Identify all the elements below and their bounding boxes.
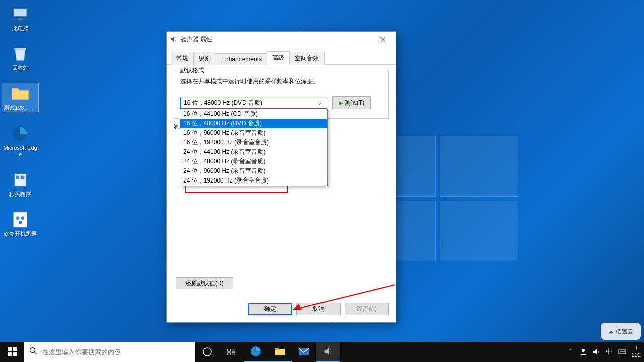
desktop-icon-edge[interactable]: Microsoft Edge [2,124,38,158]
icon-label: 测试123.。。 [4,105,36,111]
search-input[interactable] [42,342,190,362]
tab-general[interactable]: 常规 [171,52,194,65]
dialog-title: 扬声器 属性 [181,35,373,44]
dialog-buttons: 确定 取消 应用(A) [248,303,389,315]
titlebar[interactable]: 扬声器 属性 [167,32,396,47]
tab-strip: 常规 级别 Enhancements 高级 空间音效 [167,47,396,65]
this-pc-icon [10,4,30,24]
format-option[interactable]: 16 位，48000 Hz (DVD 音质) [180,119,327,128]
desktop-icon-recycle-bin[interactable]: 回收站 [2,44,38,71]
svg-rect-7 [16,176,20,179]
taskbar-app-edge[interactable] [244,342,268,362]
svg-rect-3 [16,20,25,22]
svg-rect-24 [228,353,230,355]
ok-button[interactable]: 确定 [248,303,292,315]
svg-rect-1 [14,9,27,16]
svg-point-19 [30,348,35,353]
format-option[interactable]: 24 位，44100 Hz (录音室音质) [180,147,327,157]
tray-chevron-up-icon[interactable]: ˄ [564,342,577,362]
tab-content: 默认格式 选择在共享模式中运行时使用的采样频率和位深度。 16 位，48000 … [167,65,396,139]
restore-defaults-button[interactable]: 还原默认值(D) [176,277,233,289]
timeline-button[interactable] [219,342,244,362]
taskbar-app-sound[interactable] [316,342,340,362]
taskbar: ˄ 中 1 202 [0,342,644,362]
svg-rect-27 [275,348,279,350]
cancel-button[interactable]: 取消 [296,303,341,315]
chevron-down-icon: ⌄ [316,99,324,106]
svg-point-10 [16,216,20,220]
recycle-bin-icon [10,44,30,64]
tray-volume-icon[interactable] [590,342,603,362]
icon-label: 回收站 [12,65,29,71]
svg-line-20 [35,352,37,355]
icon-label: Microsoft Edge [2,145,38,158]
app-icon [10,170,30,190]
svg-rect-8 [21,176,25,179]
tab-advanced[interactable]: 高级 [267,51,290,65]
repair-icon [10,210,30,230]
close-button[interactable] [373,32,393,46]
svg-rect-15 [8,347,12,351]
svg-point-12 [19,221,22,224]
tray-people-icon[interactable] [577,342,590,362]
desktop-icon-this-pc[interactable]: 此电脑 [2,4,38,32]
format-option[interactable]: 16 位，44100 Hz (CD 音质) [180,109,327,119]
svg-rect-30 [619,350,626,354]
format-dropdown: 16 位，44100 Hz (CD 音质) 16 位，48000 Hz (DVD… [180,109,328,186]
tray-ime-indicator[interactable]: 中 [603,342,616,362]
svg-point-21 [203,348,211,356]
group-legend: 默认格式 [178,66,206,75]
search-icon [29,347,37,357]
format-description: 选择在共享模式中运行时使用的采样频率和位深度。 [180,77,382,86]
tray-keyboard-icon[interactable] [616,342,629,362]
icon-label: 秒关程序 [9,191,31,198]
desktop-icon-test-folder[interactable]: 测试123.。。 [2,83,38,111]
apply-button: 应用(A) [345,303,389,315]
tab-spatial[interactable]: 空间音效 [289,52,325,65]
format-combo[interactable]: 16 位，48000 Hz (DVD 音质) ⌄ 16 位，44100 Hz (… [180,97,327,109]
svg-rect-23 [232,349,235,352]
desktop-icons: 此电脑 回收站 测试123.。。 Microsoft Edge 秒关程序 [2,4,38,237]
speaker-properties-dialog: 扬声器 属性 常规 级别 Enhancements 高级 空间音效 默认格式 选… [166,31,396,323]
taskbar-app-mail[interactable] [292,342,316,362]
edge-icon [10,124,30,144]
svg-rect-18 [13,352,17,356]
folder-icon [10,83,30,104]
desktop-icon-close-app[interactable]: 秒关程序 [2,170,38,198]
play-icon: ▶ [339,100,343,106]
test-label: 测试(T) [345,99,364,107]
watermark-text: 亿速云 [616,328,634,335]
desktop: 此电脑 回收站 测试123.。。 Microsoft Edge 秒关程序 [0,0,644,362]
format-option[interactable]: 24 位，192000 Hz (录音室音质) [180,176,327,186]
clock-date: 202 [632,352,641,358]
format-option[interactable]: 16 位，96000 Hz (录音室音质) [180,128,327,138]
icon-label: 修复开机黑屏 [4,231,37,237]
tab-enhancements[interactable]: Enhancements [216,53,267,65]
desktop-icon-fix-boot[interactable]: 修复开机黑屏 [2,210,38,237]
watermark-badge: ☁ 亿速云 [601,323,641,340]
format-option[interactable]: 24 位，48000 Hz (录音室音质) [180,157,327,166]
svg-rect-16 [13,347,17,351]
start-button[interactable] [0,342,24,362]
icon-label: 此电脑 [12,25,29,32]
svg-rect-4 [14,48,26,50]
taskbar-clock[interactable]: 1 202 [629,345,644,358]
svg-rect-9 [14,212,27,227]
task-view-button[interactable] [195,342,219,362]
format-option[interactable]: 24 位，96000 Hz (录音室音质) [180,166,327,176]
watermark-cloud-icon: ☁ [608,328,614,335]
tab-levels[interactable]: 级别 [193,52,216,65]
svg-rect-25 [232,353,235,355]
clock-time: 1 [632,345,641,352]
svg-point-11 [21,216,25,220]
system-tray: ˄ 中 1 202 [564,342,644,362]
taskbar-search[interactable] [24,342,195,362]
combo-selected-text: 16 位，48000 Hz (DVD 音质) [184,99,262,107]
test-button[interactable]: ▶ 测试(T) [332,96,371,109]
svg-rect-17 [8,352,12,356]
default-format-group: 默认格式 选择在共享模式中运行时使用的采样频率和位深度。 16 位，48000 … [174,70,389,119]
svg-rect-22 [228,349,230,352]
svg-point-29 [582,349,585,352]
format-option[interactable]: 16 位，192000 Hz (录音室音质) [180,138,327,147]
taskbar-app-explorer[interactable] [268,342,292,362]
